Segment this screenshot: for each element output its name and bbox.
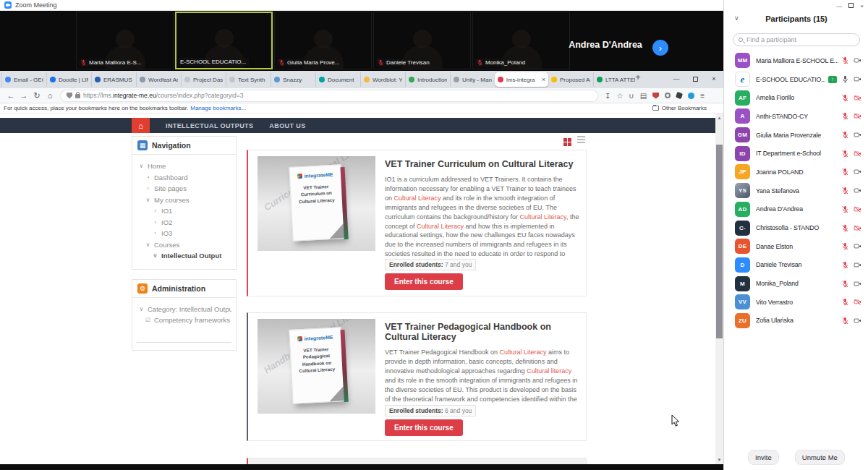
mic-icon[interactable] (841, 56, 849, 64)
grid-view-icon[interactable] (563, 138, 567, 142)
browser-tab[interactable]: Email - GEORG (1, 72, 46, 87)
camera-icon[interactable] (854, 168, 861, 176)
navigation-header[interactable]: ▦ Navigation (132, 137, 236, 155)
page-scrollbar[interactable]: ▲ ▼ (715, 114, 723, 464)
mic-icon[interactable] (841, 242, 849, 250)
browser-tab[interactable]: Unity - Manua (450, 72, 495, 87)
browser-tab[interactable]: ERASMUS KA2 (91, 72, 136, 87)
camera-icon[interactable] (854, 131, 861, 139)
invite-button[interactable]: Invite (748, 450, 779, 465)
video-tile[interactable]: E-SCHOOL EDUCATIO... (175, 12, 273, 69)
library-icon[interactable]: ▤ (640, 92, 647, 100)
back-button[interactable]: ← (4, 91, 17, 100)
course-image[interactable]: Curriculum Cultural Lite integrateME VET… (258, 156, 375, 251)
tree-item-label[interactable]: Intellectual Output (161, 252, 221, 260)
tree-item-label[interactable]: Home (148, 162, 166, 170)
scrollbar-thumb[interactable] (716, 145, 723, 338)
participant-row[interactable]: MM Maria Malliora E-SCHOOL E... (Me) ↑ (724, 51, 868, 70)
bookmark-star-icon[interactable]: ☆ (616, 92, 623, 100)
participant-row[interactable]: M Monika_Poland ↑ (724, 274, 868, 293)
mic-icon[interactable] (841, 298, 849, 306)
nav-tree-item[interactable]: › IO1 (138, 205, 231, 217)
nav-tree-item[interactable]: › Site pages (138, 183, 231, 195)
tree-item-label[interactable]: My courses (154, 196, 190, 204)
mic-icon[interactable] (841, 75, 849, 83)
tree-toggle-icon[interactable]: ∨ (145, 197, 151, 203)
tree-item-label[interactable]: Dashboard (154, 174, 187, 181)
participant-row[interactable]: ZU Zofia Ulańska ↑ (724, 312, 868, 330)
video-tile[interactable]: Daniele Trevisan (373, 12, 471, 69)
nav-tree-item[interactable]: › IO3 (138, 228, 231, 239)
tab-close-icon[interactable]: × (542, 76, 545, 83)
admin-tree-item[interactable]: ☑ Competency frameworks (138, 315, 231, 326)
minimize-button[interactable]: — (836, 3, 842, 9)
mic-icon[interactable] (841, 131, 849, 139)
camera-icon[interactable] (854, 298, 861, 306)
list-view-icon[interactable] (577, 136, 585, 137)
nav-tree-item[interactable]: ∨ My courses (138, 195, 231, 206)
menu-icon[interactable]: ≡ (700, 92, 705, 100)
tree-item-label[interactable]: Category: Intellectual Output (148, 305, 231, 313)
camera-icon[interactable] (854, 205, 861, 213)
tree-item-label[interactable]: Competency frameworks (154, 316, 230, 324)
video-tile[interactable]: Monika_Poland (472, 12, 570, 69)
participant-row[interactable]: A Anthi-STANDO-CY ↑ (724, 107, 868, 126)
scroll-down-arrow[interactable]: ▼ (715, 456, 723, 464)
admin-tree-item[interactable]: ∨ Category: Intellectual Output (138, 304, 231, 315)
tree-toggle-icon[interactable]: ◔ (145, 174, 151, 181)
browser-tab[interactable]: Introduction t (405, 72, 450, 87)
browser-tab[interactable]: Text Synth (226, 72, 271, 87)
browser-tab[interactable]: Wordfast Any (136, 72, 181, 87)
browser-tab[interactable]: lms-integra × (495, 72, 548, 87)
search-input[interactable] (746, 36, 841, 43)
course-title[interactable]: VET Trainer Pedagogical Handbook on Cult… (385, 322, 582, 342)
scroll-up-arrow[interactable]: ▲ (715, 114, 723, 122)
nav-tree-item[interactable]: › IO2 (138, 217, 231, 228)
tracking-shield-icon[interactable] (67, 93, 72, 99)
close-button[interactable]: × (860, 3, 864, 9)
participant-row[interactable]: e E-SCHOOL EDUCATIO... (Host) ↑ (724, 70, 868, 89)
administration-header[interactable]: ⚙ Administration (132, 280, 236, 298)
tree-toggle-icon[interactable]: › (152, 219, 158, 226)
camera-icon[interactable] (854, 242, 861, 250)
tree-item-label[interactable]: Courses (154, 241, 179, 249)
camera-icon[interactable] (854, 112, 861, 120)
other-bookmarks[interactable]: Other Bookmarks (652, 105, 707, 111)
tree-toggle-icon[interactable]: ☑ (145, 317, 151, 323)
participant-row[interactable]: GM Giulia Maria Provenzale ↑ (724, 126, 868, 145)
lms-home-button[interactable]: ⌂ (132, 118, 150, 133)
mic-icon[interactable] (841, 112, 849, 120)
nav-tree-item[interactable]: ∨ Home (138, 161, 231, 172)
tree-toggle-icon[interactable]: ∨ (145, 242, 151, 248)
manage-bookmarks-link[interactable]: Manage bookmarks... (190, 105, 246, 111)
nav-tree-item[interactable]: ∨ Courses (138, 239, 231, 251)
participant-row[interactable]: DE Danae Elston ↑ (724, 237, 868, 256)
minimize-button[interactable]: — (667, 71, 686, 87)
mic-icon[interactable] (841, 205, 849, 213)
participant-row[interactable]: ID IT Department e-School ↑ (724, 144, 868, 163)
tree-toggle-icon[interactable]: › (152, 230, 158, 236)
restore-button[interactable] (848, 3, 854, 9)
tree-toggle-icon[interactable]: ∨ (138, 306, 145, 312)
camera-icon[interactable] (854, 280, 861, 288)
participant-row[interactable]: D Daniele Trevisan ↑ (724, 256, 868, 275)
mic-icon[interactable] (841, 168, 849, 176)
browser-tab[interactable]: Snazzy (271, 72, 315, 87)
pocket-icon[interactable]: ∪ (629, 92, 634, 100)
enter-course-button[interactable]: Enter this course (385, 273, 463, 290)
tree-item-label[interactable]: IO2 (161, 218, 172, 226)
mic-icon[interactable] (841, 150, 849, 158)
nav-tree-item[interactable]: ∨ Intellectual Output (138, 250, 231, 262)
camera-icon[interactable] (854, 150, 861, 158)
tree-item-label[interactable]: IO3 (161, 229, 172, 237)
navbar-link-about-us[interactable]: ABOUT US (269, 122, 305, 129)
home-button[interactable]: ⌂ (43, 91, 56, 100)
mic-icon[interactable] (841, 261, 849, 269)
mic-icon[interactable] (841, 94, 849, 102)
account-icon[interactable] (688, 93, 694, 99)
unmute-me-button[interactable]: Unmute Me (795, 450, 845, 465)
camera-icon[interactable] (854, 317, 861, 325)
participant-row[interactable]: YS Yana Stefanova ↑ (724, 181, 868, 200)
browser-tab[interactable]: Project Dashboard (181, 72, 226, 87)
new-tab-button[interactable]: + (631, 72, 645, 82)
